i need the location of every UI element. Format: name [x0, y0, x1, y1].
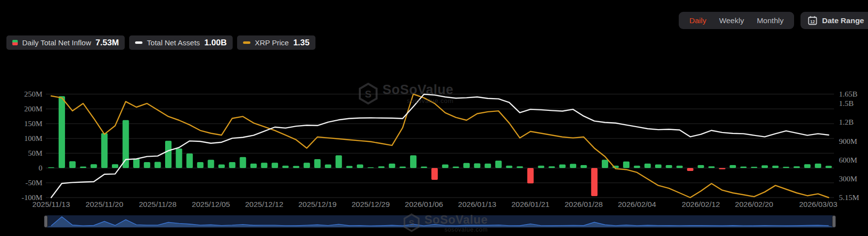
- inflow-bars[interactable]: [48, 96, 832, 196]
- inflow-bar[interactable]: [687, 168, 694, 171]
- inflow-bar[interactable]: [655, 165, 661, 168]
- inflow-bar[interactable]: [261, 163, 268, 168]
- inflow-bar[interactable]: [123, 120, 129, 168]
- inflow-bar[interactable]: [293, 166, 299, 168]
- inflow-bar[interactable]: [708, 166, 715, 168]
- inflow-bar[interactable]: [186, 154, 193, 168]
- inflow-bar[interactable]: [783, 167, 789, 168]
- inflow-bar[interactable]: [559, 165, 566, 168]
- date-range-label: Date Range: [822, 16, 864, 25]
- svg-text:100M: 100M: [24, 134, 42, 142]
- inflow-bar[interactable]: [91, 164, 97, 168]
- inflow-bar[interactable]: [452, 167, 459, 168]
- inflow-bar[interactable]: [729, 165, 736, 168]
- inflow-bar[interactable]: [304, 163, 310, 168]
- inflow-bar[interactable]: [719, 168, 726, 169]
- inflow-bar[interactable]: [666, 165, 672, 168]
- period-tab-group: DailyWeeklyMonthly: [679, 12, 794, 29]
- inflow-bar[interactable]: [336, 155, 342, 168]
- inflow-bar[interactable]: [389, 164, 395, 168]
- inflow-bar[interactable]: [549, 166, 555, 168]
- inflow-bar[interactable]: [591, 168, 597, 196]
- inflow-bar[interactable]: [826, 166, 832, 169]
- inflow-bar[interactable]: [176, 148, 182, 168]
- inflow-bar[interactable]: [495, 161, 502, 168]
- inflow-bar[interactable]: [517, 166, 523, 168]
- navigator-left-handle[interactable]: [44, 216, 48, 228]
- svg-text:2026/02/12: 2026/02/12: [682, 200, 720, 208]
- tab-monthly[interactable]: Monthly: [750, 12, 790, 29]
- svg-text:250M: 250M: [24, 90, 42, 98]
- inflow-bar[interactable]: [697, 165, 704, 168]
- inflow-bar[interactable]: [154, 162, 161, 168]
- inflow-bar[interactable]: [602, 160, 608, 168]
- inflow-bar[interactable]: [815, 164, 821, 168]
- svg-text:2026/02/04: 2026/02/04: [618, 200, 657, 208]
- inflow-bar[interactable]: [538, 166, 544, 168]
- svg-text:2026/01/21: 2026/01/21: [511, 200, 550, 208]
- inflow-bar[interactable]: [474, 163, 481, 168]
- inflow-bar[interactable]: [463, 163, 470, 168]
- inflow-bar[interactable]: [399, 167, 406, 168]
- svg-text:50M: 50M: [28, 149, 43, 157]
- inflow-bar[interactable]: [59, 96, 65, 168]
- inflow-bar[interactable]: [229, 162, 236, 168]
- inflow-bar[interactable]: [250, 164, 257, 168]
- inflow-bar[interactable]: [357, 165, 363, 168]
- legend-item-xrp-price[interactable]: XRP Price 1.35: [237, 35, 315, 50]
- inflow-bar[interactable]: [751, 167, 757, 168]
- svg-text:2026/01/06: 2026/01/06: [405, 200, 443, 208]
- tab-weekly[interactable]: Weekly: [713, 12, 751, 29]
- inflow-bar[interactable]: [80, 167, 86, 168]
- legend-item-total-net-assets[interactable]: Total Net Assets 1.00B: [129, 35, 233, 50]
- inflow-bar[interactable]: [69, 161, 76, 168]
- inflow-bar[interactable]: [421, 167, 427, 168]
- inflow-bar[interactable]: [581, 165, 587, 168]
- inflow-bar[interactable]: [101, 133, 107, 168]
- inflow-bar[interactable]: [431, 168, 438, 180]
- inflow-bar[interactable]: [133, 159, 139, 168]
- inflow-bar[interactable]: [325, 165, 331, 168]
- legend-value: 7.53M: [96, 38, 119, 48]
- inflow-bar[interactable]: [762, 166, 768, 168]
- date-range-button[interactable]: 12 Date Range: [800, 12, 868, 29]
- inflow-bar[interactable]: [634, 166, 640, 168]
- inflow-bar[interactable]: [197, 162, 204, 168]
- inflow-bar[interactable]: [346, 166, 352, 168]
- inflow-bar[interactable]: [410, 155, 417, 168]
- inflow-bar[interactable]: [282, 166, 289, 168]
- inflow-bar[interactable]: [676, 166, 683, 168]
- inflow-bar[interactable]: [112, 164, 118, 168]
- inflow-bar[interactable]: [218, 165, 225, 168]
- inflow-bar[interactable]: [804, 164, 811, 168]
- inflow-bar[interactable]: [485, 164, 491, 168]
- right-axis-labels: 1.65B1.5B1.2B900M600M300M5.15M: [839, 90, 859, 202]
- gridlines: [46, 94, 834, 198]
- inflow-bar[interactable]: [772, 166, 779, 168]
- inflow-bar[interactable]: [623, 162, 629, 168]
- inflow-bar[interactable]: [368, 168, 374, 169]
- legend-value: 1.35: [293, 38, 310, 48]
- svg-text:900M: 900M: [839, 137, 857, 145]
- inflow-bar[interactable]: [740, 167, 747, 168]
- inflow-bar[interactable]: [240, 157, 246, 168]
- x-axis-labels: 2025/11/132025/11/202025/11/282025/12/05…: [33, 200, 837, 208]
- inflow-bar[interactable]: [165, 141, 172, 168]
- inflow-bar[interactable]: [644, 164, 651, 168]
- legend-label: XRP Price: [255, 38, 289, 47]
- tab-daily[interactable]: Daily: [683, 12, 712, 29]
- inflow-bar[interactable]: [570, 164, 576, 168]
- inflow-bar[interactable]: [442, 165, 449, 168]
- inflow-bar[interactable]: [378, 166, 384, 168]
- inflow-bar[interactable]: [48, 168, 54, 169]
- legend-item-daily-net-inflow[interactable]: Daily Total Net Inflow 7.53M: [6, 35, 125, 50]
- inflow-bar[interactable]: [314, 159, 321, 168]
- inflow-bar[interactable]: [527, 168, 534, 183]
- navigator-right-handle[interactable]: [833, 216, 836, 228]
- inflow-bar[interactable]: [794, 166, 800, 168]
- navigator[interactable]: [44, 215, 836, 228]
- inflow-bar[interactable]: [208, 160, 214, 168]
- inflow-bar[interactable]: [144, 162, 150, 168]
- inflow-bar[interactable]: [272, 163, 278, 168]
- inflow-bar[interactable]: [506, 166, 513, 168]
